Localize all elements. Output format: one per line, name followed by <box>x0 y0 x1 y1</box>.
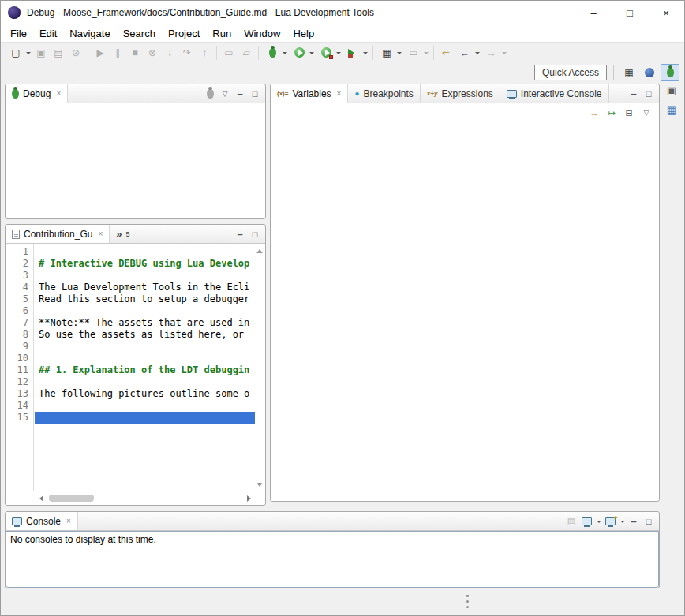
menu-item-navigate[interactable]: Navigate <box>63 25 116 42</box>
ldt-perspective-button[interactable] <box>640 64 659 81</box>
use-step-filters-button[interactable]: ▭ <box>221 45 237 61</box>
show-logical-structure-button[interactable]: ↦ <box>605 106 618 119</box>
new-wizard-button[interactable]: ▦ <box>378 45 402 61</box>
back-button[interactable]: ← <box>456 45 480 61</box>
horizontal-scroll-thumb[interactable] <box>49 495 94 502</box>
disconnect-button[interactable]: ⊗ <box>144 45 160 61</box>
debug-view-menu-button[interactable]: ▽ <box>219 88 231 100</box>
new-wizard-dropdown-icon[interactable] <box>397 52 402 57</box>
close-variables-tab-icon[interactable]: × <box>337 89 342 98</box>
minimize-debug-view-button[interactable]: – <box>234 88 246 100</box>
resume-button[interactable]: ▶ <box>92 45 108 61</box>
tab-contribution-guide[interactable]: Contribution_Gu × <box>6 225 110 243</box>
forward-button[interactable]: → <box>483 45 507 61</box>
external-tools-dropdown-icon[interactable] <box>363 52 368 57</box>
close-editor-tab-icon[interactable]: × <box>98 230 103 238</box>
maximize-debug-view-button[interactable]: □ <box>249 88 261 100</box>
code-line[interactable] <box>39 246 255 258</box>
step-over-button[interactable]: ↷ <box>179 45 195 61</box>
maximize-window-button[interactable]: □ <box>612 1 648 24</box>
vertical-scrollbar[interactable] <box>256 246 264 490</box>
horizontal-scrollbar[interactable] <box>35 493 255 503</box>
menu-item-run[interactable]: Run <box>206 25 238 42</box>
tab-debug[interactable]: Debug × <box>6 84 68 103</box>
code-line[interactable] <box>39 376 255 388</box>
open-console-dropdown-icon[interactable] <box>620 521 625 525</box>
code-line[interactable] <box>39 305 255 317</box>
scroll-up-icon[interactable] <box>256 246 263 253</box>
run-button[interactable] <box>290 45 314 61</box>
code-line[interactable]: # Interactive DEBUG using Lua Develop <box>39 258 255 270</box>
pin-editor-dropdown-icon[interactable] <box>424 52 429 57</box>
collapse-all-button[interactable]: ⊟ <box>623 106 635 119</box>
menu-item-edit[interactable]: Edit <box>33 25 63 42</box>
terminate-button[interactable]: ■ <box>127 45 143 61</box>
open-perspective-button[interactable]: ▦ <box>619 64 638 81</box>
tab-interactive-console[interactable]: Interactive Console <box>500 84 609 103</box>
display-console-dropdown-icon[interactable] <box>597 521 601 525</box>
maximize-editor-button[interactable]: □ <box>249 228 261 241</box>
code-line[interactable] <box>39 270 255 282</box>
maximize-variables-view-button[interactable]: □ <box>642 88 655 100</box>
minimize-window-button[interactable]: – <box>575 1 612 24</box>
code-line[interactable]: **Note:** The assets that are used in <box>39 317 255 329</box>
open-console-button[interactable]: + <box>604 515 616 528</box>
close-tab-icon[interactable]: × <box>56 89 61 98</box>
forward-dropdown-icon[interactable] <box>502 52 507 57</box>
mark-occurrences-button[interactable]: ▱ <box>238 45 254 61</box>
code-line[interactable]: The Lua Development Tools in the Ecli <box>39 282 255 293</box>
save-button[interactable]: ▣ <box>33 45 49 61</box>
variables-view-menu-button[interactable]: ▽ <box>640 106 653 119</box>
menu-item-file[interactable]: File <box>4 25 33 42</box>
close-window-button[interactable]: × <box>648 1 684 24</box>
scroll-right-icon[interactable] <box>245 493 255 503</box>
code-line[interactable]: So use the assets as listed here, or <box>39 329 255 341</box>
show-type-names-button[interactable]: → <box>588 106 601 119</box>
debug-button[interactable] <box>264 45 287 61</box>
new-button[interactable]: ▢ <box>7 45 31 61</box>
debug-dropdown-icon[interactable] <box>283 52 287 57</box>
restore-minimized-view-button[interactable]: ▣ <box>667 84 676 96</box>
last-edit-location-button[interactable]: ⇐ <box>438 45 454 61</box>
menu-item-help[interactable]: Help <box>286 25 320 42</box>
horizontal-scroll-track[interactable] <box>44 495 245 502</box>
editor-code-area[interactable]: # Interactive DEBUG using Lua DevelopThe… <box>35 244 255 491</box>
minimized-view-button[interactable]: ▦ <box>667 104 676 116</box>
code-line[interactable]: ## 1. Explanation of the LDT debuggin <box>39 364 255 376</box>
minimize-console-button[interactable]: – <box>627 515 640 528</box>
step-return-button[interactable]: ↑ <box>197 45 212 61</box>
menu-item-project[interactable]: Project <box>162 25 206 42</box>
tab-variables[interactable]: (x)= Variables × <box>271 84 348 103</box>
pin-editor-button[interactable]: ▭ <box>405 45 429 61</box>
scroll-left-icon[interactable] <box>35 493 44 503</box>
debug-perspective-button[interactable] <box>661 64 679 81</box>
code-line[interactable] <box>39 341 255 353</box>
print-button[interactable]: ▤ <box>51 45 66 61</box>
step-into-button[interactable]: ↓ <box>162 45 178 61</box>
back-dropdown-icon[interactable] <box>475 52 480 57</box>
run-dropdown-icon[interactable] <box>309 52 314 57</box>
menu-item-search[interactable]: Search <box>117 25 162 42</box>
maximize-console-button[interactable]: □ <box>642 515 655 528</box>
tab-console[interactable]: Console × <box>6 512 78 530</box>
coverage-button[interactable] <box>317 45 341 61</box>
minimize-editor-button[interactable]: – <box>234 228 246 241</box>
minimize-variables-view-button[interactable]: – <box>627 88 640 100</box>
tab-breakpoints[interactable]: ● Breakpoints <box>348 84 420 103</box>
display-selected-console-button[interactable] <box>580 515 593 528</box>
pin-console-button[interactable]: ▤ <box>565 515 578 528</box>
code-line[interactable]: The following pictures outline some o <box>39 388 255 400</box>
suspend-button[interactable]: ∥ <box>110 45 125 61</box>
external-tools-button[interactable] <box>344 45 368 61</box>
code-line[interactable]: Read this section to setup a debugger <box>39 293 255 305</box>
remove-terminated-button[interactable] <box>204 88 216 100</box>
close-console-tab-icon[interactable]: × <box>66 517 71 525</box>
menu-item-window[interactable]: Window <box>238 25 286 42</box>
coverage-dropdown-icon[interactable] <box>336 52 341 57</box>
hidden-editors-chevron[interactable]: »5 <box>110 225 136 243</box>
sash-grip-handle[interactable] <box>466 595 469 608</box>
code-line[interactable] <box>39 400 255 412</box>
code-line[interactable] <box>39 353 255 364</box>
tab-expressions[interactable]: x+y Expressions <box>421 84 500 103</box>
scroll-down-icon[interactable] <box>256 483 263 490</box>
